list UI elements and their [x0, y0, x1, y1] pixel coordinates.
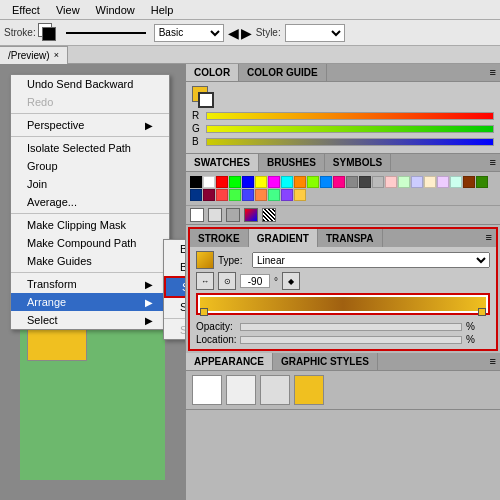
arrange-submenu: Bring to Front Shift+ Bring Forward Send… [163, 239, 185, 340]
swatch-item[interactable] [463, 176, 475, 188]
menu-effect[interactable]: Effect [4, 0, 48, 19]
submenu-send-back[interactable]: Send to Back Shift+ [164, 298, 185, 316]
appearance-tab[interactable]: APPEARANCE [186, 353, 273, 370]
swatch-tool-2[interactable] [226, 208, 240, 222]
swatch-item[interactable] [476, 176, 488, 188]
color-panel-menu[interactable]: ≡ [486, 64, 500, 81]
swatch-item[interactable] [437, 176, 449, 188]
appearance-item-2[interactable] [226, 375, 256, 405]
menu-window[interactable]: Window [88, 0, 143, 19]
swatch-item[interactable] [385, 176, 397, 188]
swatch-item[interactable] [411, 176, 423, 188]
b-slider[interactable] [206, 138, 494, 146]
diamond-icon[interactable]: ◆ [282, 272, 300, 290]
gradient-stop-left[interactable] [200, 308, 208, 316]
swatch-item[interactable] [242, 189, 254, 201]
menu-join[interactable]: Join [11, 175, 169, 193]
angle-input[interactable] [240, 274, 270, 288]
color-fill-stroke[interactable] [192, 86, 214, 108]
swatch-item[interactable] [268, 189, 280, 201]
menu-view[interactable]: View [48, 0, 88, 19]
swatch-item[interactable] [216, 176, 228, 188]
gradient-preview-swatch[interactable] [196, 251, 214, 269]
menu-help[interactable]: Help [143, 0, 182, 19]
swatch-item[interactable] [372, 176, 384, 188]
opacity-slider[interactable] [240, 323, 462, 331]
menu-isolate[interactable]: Isolate Selected Path [11, 139, 169, 157]
graphic-styles-tab[interactable]: GRAPHIC STYLES [273, 353, 378, 370]
location-label: Location: [196, 334, 236, 345]
swatch-item[interactable] [203, 189, 215, 201]
swatch-item[interactable] [294, 189, 306, 201]
arrow-left-icon[interactable]: ◀ [228, 25, 239, 41]
menu-arrange[interactable]: Arrange ▶ [11, 293, 169, 311]
swatch-item[interactable] [281, 189, 293, 201]
swatch-item[interactable] [359, 176, 371, 188]
swatch-item[interactable] [346, 176, 358, 188]
style-select[interactable] [285, 24, 345, 42]
swatch-item[interactable] [255, 176, 267, 188]
swatches-panel-menu[interactable]: ≡ [486, 154, 500, 171]
menu-compound[interactable]: Make Compound Path [11, 234, 169, 252]
swatch-item[interactable] [333, 176, 345, 188]
swatch-item[interactable] [255, 189, 267, 201]
swatch-item[interactable] [424, 176, 436, 188]
menu-perspective[interactable]: Perspective ▶ [11, 116, 169, 134]
stroke-swatch[interactable] [38, 23, 58, 43]
gradient-stop-right[interactable] [478, 308, 486, 316]
swatch-item[interactable] [268, 176, 280, 188]
color-guide-tab[interactable]: COLOR GUIDE [239, 64, 327, 81]
menu-undo[interactable]: Undo Send Backward [11, 75, 169, 93]
menu-group[interactable]: Group [11, 157, 169, 175]
swatch-item[interactable] [281, 176, 293, 188]
brushes-tab[interactable]: BRUSHES [259, 154, 325, 171]
appearance-item-4[interactable] [294, 375, 324, 405]
swatch-item[interactable] [203, 176, 215, 188]
type-select[interactable]: Linear [252, 252, 490, 268]
swatch-item[interactable] [294, 176, 306, 188]
swatch-item[interactable] [216, 189, 228, 201]
tab-close-button[interactable]: × [54, 50, 59, 60]
g-slider[interactable] [206, 125, 494, 133]
submenu-send-backward[interactable]: Send Backward [164, 276, 185, 298]
preview-tab[interactable]: /Preview) × [0, 46, 68, 64]
transparency-tab[interactable]: TRANSPA [318, 229, 383, 247]
menu-transform[interactable]: Transform ▶ [11, 275, 169, 293]
gradient-bar-wrapper[interactable] [196, 293, 490, 315]
swatch-item[interactable] [190, 189, 202, 201]
swatch-item[interactable] [450, 176, 462, 188]
angle-icon[interactable]: ⊙ [218, 272, 236, 290]
gradient-content: Type: Linear ↔ ⊙ ° ◆ Op [190, 247, 496, 349]
appearance-item-1[interactable] [192, 375, 222, 405]
menu-guides[interactable]: Make Guides [11, 252, 169, 270]
submenu-bring-front[interactable]: Bring to Front Shift+ [164, 240, 185, 258]
r-slider[interactable] [206, 112, 494, 120]
swatch-tool-1[interactable] [208, 208, 222, 222]
basic-select[interactable]: Basic [154, 24, 224, 42]
swatch-item[interactable] [190, 176, 202, 188]
swatch-gradient[interactable] [244, 208, 258, 222]
submenu-bring-forward[interactable]: Bring Forward [164, 258, 185, 276]
swatch-pattern[interactable] [262, 208, 276, 222]
swatch-item[interactable] [229, 176, 241, 188]
swatch-item[interactable] [307, 176, 319, 188]
swatch-none[interactable] [190, 208, 204, 222]
appearance-item-3[interactable] [260, 375, 290, 405]
swatch-item[interactable] [398, 176, 410, 188]
reverse-icon[interactable]: ↔ [196, 272, 214, 290]
appearance-panel-menu[interactable]: ≡ [486, 353, 500, 370]
menu-select[interactable]: Select ▶ [11, 311, 169, 329]
menu-clipping[interactable]: Make Clipping Mask [11, 216, 169, 234]
color-tab[interactable]: COLOR [186, 64, 239, 81]
swatch-item[interactable] [320, 176, 332, 188]
location-slider[interactable] [240, 336, 462, 344]
swatches-tab[interactable]: SWATCHES [186, 154, 259, 171]
menu-average[interactable]: Average... [11, 193, 169, 211]
swatch-item[interactable] [242, 176, 254, 188]
gradient-tab[interactable]: GRADIENT [249, 229, 318, 247]
swatch-item[interactable] [229, 189, 241, 201]
stroke-tab[interactable]: STROKE [190, 229, 249, 247]
symbols-tab[interactable]: SYMBOLS [325, 154, 391, 171]
arrow-right-icon[interactable]: ▶ [241, 25, 252, 41]
gradient-panel-menu[interactable]: ≡ [482, 229, 496, 247]
